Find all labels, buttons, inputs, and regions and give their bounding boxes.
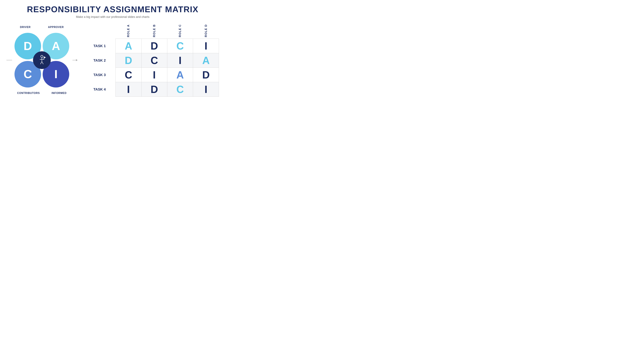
- circles-container: D A C I: [11, 30, 72, 91]
- task-name-cell: TASK 4: [84, 82, 116, 97]
- table-row: TASK 2DCIA: [84, 53, 219, 68]
- matrix-value-cell: A: [167, 68, 193, 82]
- matrix-value-cell: I: [141, 68, 167, 82]
- page-title: RESPONSIBILITY ASSIGNMENT MATRIX: [6, 5, 219, 14]
- matrix-value-cell: C: [167, 39, 193, 53]
- svg-marker-6: [44, 56, 46, 58]
- task-name-cell: TASK 2: [84, 53, 116, 68]
- circle-a-label: A: [52, 39, 60, 53]
- matrix-value-cell: A: [193, 53, 219, 68]
- role-b-label: ROLE B: [153, 23, 156, 38]
- matrix-value-cell: D: [141, 82, 167, 97]
- matrix-table: ROLE A ROLE B ROLE C ROLE D TASK 1ADCITA…: [84, 23, 219, 97]
- center-circle: [33, 51, 51, 69]
- role-d-label: ROLE D: [204, 23, 208, 38]
- role-b-header: ROLE B: [141, 23, 167, 39]
- daci-diagram: DRIVER APPROVER D A C I: [6, 26, 77, 95]
- circle-c-label: C: [24, 68, 32, 81]
- matrix-value-cell: I: [116, 82, 141, 97]
- role-c-header: ROLE C: [167, 23, 193, 39]
- matrix-header-row: ROLE A ROLE B ROLE C ROLE D: [84, 23, 219, 39]
- top-labels: DRIVER APPROVER: [11, 26, 72, 29]
- matrix-value-cell: D: [141, 39, 167, 53]
- circles-wrapper: D A C I: [6, 30, 77, 91]
- table-row: TASK 3CIAD: [84, 68, 219, 82]
- task-header-cell: [84, 23, 116, 39]
- role-c-label: ROLE C: [178, 23, 182, 38]
- page-subtitle: Make a big impact with our professional …: [6, 15, 219, 19]
- svg-point-0: [41, 55, 43, 58]
- table-row: TASK 1ADCI: [84, 39, 219, 53]
- matrix-section: ROLE A ROLE B ROLE C ROLE D TASK 1ADCITA…: [84, 23, 219, 97]
- matrix-value-cell: D: [193, 68, 219, 82]
- right-arrow: [72, 60, 77, 60]
- person-flag-icon: [38, 55, 46, 65]
- role-d-header: ROLE D: [193, 23, 219, 39]
- matrix-value-cell: D: [116, 53, 141, 68]
- svg-line-3: [40, 62, 42, 64]
- matrix-value-cell: I: [193, 39, 219, 53]
- matrix-value-cell: A: [116, 39, 141, 53]
- role-a-header: ROLE A: [116, 23, 141, 39]
- driver-label: DRIVER: [20, 26, 30, 29]
- matrix-value-cell: I: [167, 53, 193, 68]
- content-area: DRIVER APPROVER D A C I: [6, 23, 219, 97]
- task-name-cell: TASK 3: [84, 68, 116, 82]
- page-header: RESPONSIBILITY ASSIGNMENT MATRIX Make a …: [6, 5, 219, 19]
- matrix-value-cell: C: [116, 68, 141, 82]
- matrix-value-cell: I: [193, 82, 219, 97]
- approver-label: APPROVER: [48, 26, 64, 29]
- matrix-value-cell: C: [167, 82, 193, 97]
- circle-i-label: I: [54, 68, 58, 81]
- svg-line-4: [42, 62, 43, 64]
- bottom-labels: CONTRIBUTORS INFORMED: [11, 92, 72, 95]
- matrix-value-cell: C: [141, 53, 167, 68]
- role-a-label: ROLE A: [127, 23, 130, 38]
- table-row: TASK 4IDCI: [84, 82, 219, 97]
- contributors-label: CONTRIBUTORS: [17, 92, 40, 95]
- informed-label: INFORMED: [52, 92, 66, 95]
- circle-d-label: D: [24, 39, 32, 53]
- task-name-cell: TASK 1: [84, 39, 116, 53]
